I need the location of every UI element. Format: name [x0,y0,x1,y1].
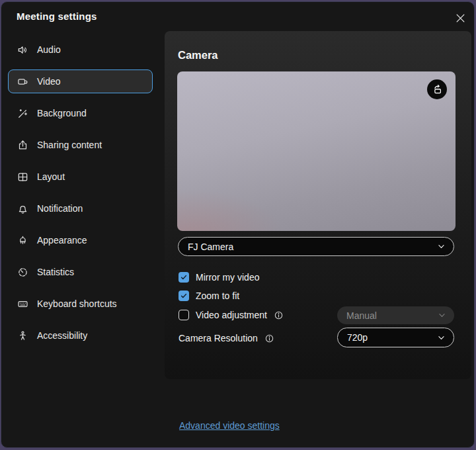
chevron-down-icon [437,242,446,251]
zoom-to-fit-label: Zoom to fit [196,291,239,301]
sidebar-item-label: Background [37,108,87,118]
close-icon [456,13,465,23]
sidebar-item-keyboard-shortcuts[interactable]: Keyboard shortcuts [8,292,153,316]
zoom-to-fit-row: Zoom to fit [178,289,239,302]
sidebar-item-label: Statistics [37,267,74,277]
sidebar-item-label: Accessibility [37,330,87,341]
magic-wand-icon [17,108,28,119]
sidebar-item-label: Layout [37,171,65,182]
sidebar-item-video[interactable]: Video [8,69,153,93]
camera-settings-panel: Camera FJ Camera Mirror my video [165,31,471,379]
chevron-down-icon [438,311,446,320]
chevron-down-icon [437,334,446,342]
video-adjustment-select: Manual [337,306,454,324]
camera-resolution-row: Camera Resolution [178,332,274,345]
grid-icon [17,171,28,183]
camera-resolution-select-value: 720p [347,332,368,343]
zoom-to-fit-checkbox[interactable] [178,291,189,301]
sidebar-item-label: Video [37,76,61,87]
person-icon [17,330,28,341]
sidebar: Audio Video Background Sha [1,32,165,447]
video-adjustment-row: Video adjustment [178,308,284,322]
camera-select-value: FJ Camera [188,242,233,252]
sidebar-item-label: Notification [37,203,83,214]
dialog-title: Meeting settings [17,11,97,22]
sidebar-item-background[interactable]: Background [8,101,153,125]
camera-resolution-select[interactable]: 720p [337,328,454,347]
info-icon[interactable] [274,310,284,320]
video-adjustment-checkbox[interactable] [178,310,189,320]
sidebar-item-label: Appearance [37,235,87,246]
flip-camera-button[interactable] [427,79,447,99]
sidebar-item-statistics[interactable]: Statistics [8,260,153,284]
info-icon[interactable] [264,334,274,343]
speaker-icon [17,44,28,56]
mirror-video-label: Mirror my video [196,272,259,283]
bell-icon [17,203,28,214]
keyboard-icon [17,298,28,310]
sidebar-item-sharing-content[interactable]: Sharing content [8,133,153,157]
video-adjustment-select-value: Manual [346,310,377,321]
sidebar-item-notification[interactable]: Notification [8,197,153,220]
sidebar-item-label: Keyboard shortcuts [37,298,117,309]
camera-section-heading: Camera [178,49,218,62]
check-icon [180,292,188,300]
camera-resolution-label: Camera Resolution [178,333,258,343]
sidebar-item-label: Sharing content [37,140,102,150]
camera-preview [177,71,456,231]
advanced-video-settings-link[interactable]: Advanced video settings [179,420,280,431]
sidebar-item-appearance[interactable]: Appearance [8,228,153,252]
sidebar-item-audio[interactable]: Audio [8,38,153,62]
close-button[interactable] [452,10,468,26]
paintbrush-icon [17,235,28,246]
video-camera-icon [17,76,28,87]
check-icon [180,273,188,281]
mirror-video-row: Mirror my video [178,271,259,284]
sidebar-item-layout[interactable]: Layout [8,165,153,189]
meeting-settings-dialog: Meeting settings Audio Video [1,1,475,448]
sidebar-item-accessibility[interactable]: Accessibility [8,324,153,347]
sidebar-item-label: Audio [37,44,61,55]
mirror-video-checkbox[interactable] [178,272,189,283]
video-adjustment-label: Video adjustment [196,310,267,320]
gauge-icon [17,267,28,278]
flip-camera-icon [432,84,443,95]
share-icon [17,140,28,151]
camera-select[interactable]: FJ Camera [178,237,454,256]
